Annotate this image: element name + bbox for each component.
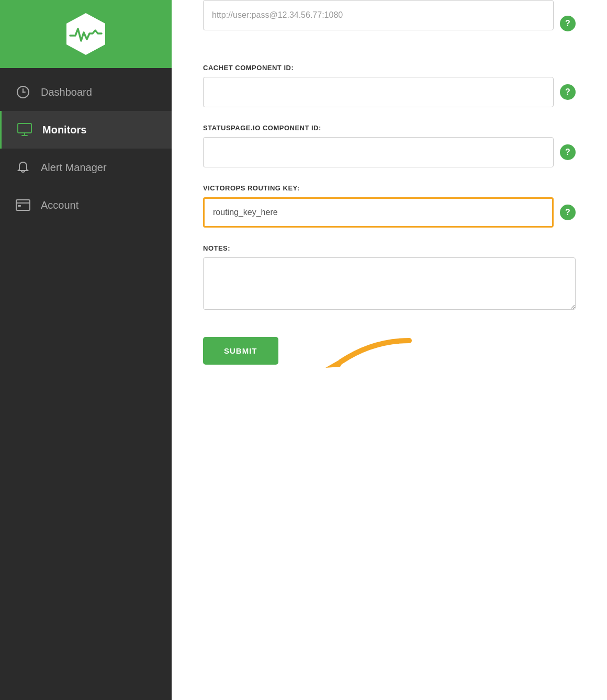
- sidebar-header: [0, 0, 172, 68]
- svg-rect-10: [18, 205, 21, 207]
- statuspage-component-id-help-icon[interactable]: ?: [560, 144, 576, 160]
- submit-button[interactable]: SUBMIT: [203, 337, 278, 365]
- statuspage-component-id-row: ?: [203, 137, 576, 167]
- proxy-url-field-group: http://user:pass@12.34.56.77:1080 ?: [203, 0, 576, 47]
- sidebar-item-label-monitors: Monitors: [42, 124, 86, 136]
- monitor-icon: [17, 122, 32, 137]
- victorops-routing-key-group: VICTOROPS ROUTING KEY: ?: [203, 184, 576, 228]
- sidebar-item-monitors[interactable]: Monitors: [0, 111, 172, 149]
- sidebar-item-label-account: Account: [41, 199, 78, 211]
- svg-marker-11: [325, 355, 347, 368]
- sidebar-item-account[interactable]: Account: [0, 186, 172, 224]
- svg-rect-5: [18, 123, 31, 133]
- sidebar-item-dashboard[interactable]: Dashboard: [0, 73, 172, 111]
- main-content: http://user:pass@12.34.56.77:1080 ? CACH…: [172, 0, 607, 700]
- victorops-routing-key-help-icon[interactable]: ?: [560, 205, 576, 220]
- submit-section: SUBMIT: [203, 337, 576, 365]
- sidebar-item-label-alert-manager: Alert Manager: [41, 162, 107, 174]
- svg-rect-8: [16, 200, 30, 210]
- sidebar-item-alert-manager[interactable]: Alert Manager: [0, 149, 172, 186]
- proxy-url-display: http://user:pass@12.34.56.77:1080: [203, 0, 554, 30]
- proxy-url-help-icon[interactable]: ?: [560, 16, 576, 31]
- arrow-icon: [310, 335, 414, 377]
- notes-label: NOTES:: [203, 244, 576, 252]
- sidebar-item-label-dashboard: Dashboard: [41, 86, 92, 98]
- bell-icon: [16, 160, 30, 175]
- logo: [62, 10, 109, 58]
- clock-icon: [16, 85, 30, 99]
- victorops-routing-key-input[interactable]: [203, 197, 554, 228]
- statuspage-component-id-label: STATUSPAGE.IO COMPONENT ID:: [203, 124, 576, 132]
- victorops-routing-key-row: ?: [203, 197, 576, 228]
- sidebar-nav: Dashboard Monitors Alert Manager: [0, 68, 172, 224]
- cachet-component-id-input[interactable]: [203, 77, 554, 107]
- victorops-routing-key-label: VICTOROPS ROUTING KEY:: [203, 184, 576, 192]
- card-icon: [16, 198, 30, 212]
- cachet-component-id-label: CACHET COMPONENT ID:: [203, 64, 576, 72]
- cachet-component-id-help-icon[interactable]: ?: [560, 84, 576, 100]
- cachet-component-id-row: ?: [203, 77, 576, 107]
- proxy-url-row: http://user:pass@12.34.56.77:1080 ?: [203, 0, 576, 47]
- notes-input[interactable]: [203, 257, 576, 310]
- notes-group: NOTES:: [203, 244, 576, 310]
- sidebar: Dashboard Monitors Alert Manager: [0, 0, 172, 700]
- cachet-component-id-group: CACHET COMPONENT ID: ?: [203, 64, 576, 107]
- notes-row: [203, 257, 576, 310]
- statuspage-component-id-input[interactable]: [203, 137, 554, 167]
- statuspage-component-id-group: STATUSPAGE.IO COMPONENT ID: ?: [203, 124, 576, 167]
